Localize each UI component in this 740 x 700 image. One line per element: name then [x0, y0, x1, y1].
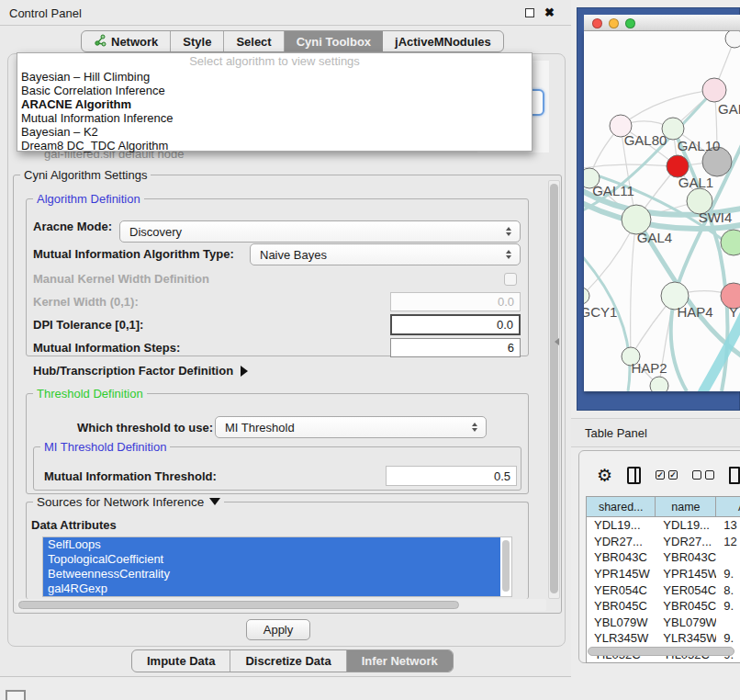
columns-icon[interactable] [627, 467, 641, 484]
minimized-panel-chip[interactable] [6, 690, 26, 700]
graph-node-gcy1[interactable] [584, 288, 589, 304]
float-window-icon[interactable] [525, 8, 534, 17]
table-cell: YPR145W [656, 566, 716, 582]
table-toolbar: ⚙ ✓✓ [586, 457, 740, 492]
node-label: GAL80 [624, 132, 667, 148]
table-header-row: shared...nameA [587, 497, 740, 517]
node-label: Y [729, 304, 738, 320]
hub-definition-toggle[interactable]: Hub/Transcription Factor Definition [33, 364, 248, 378]
close-icon[interactable]: ✖ [544, 6, 555, 19]
which-threshold-combo[interactable]: MI Threshold [215, 416, 487, 438]
bottom-tabbar: Impute DataDiscretize DataInfer Network [131, 649, 454, 672]
sources-group-toggle[interactable]: Sources for Network Inference [33, 495, 224, 509]
attribute-item-selected[interactable]: BetweennessCentrality [43, 567, 500, 581]
tab-style[interactable]: Style [171, 31, 224, 51]
table-row[interactable]: YBL079WYBL079W [587, 615, 740, 631]
control-panel-title: Control Panel [9, 6, 82, 20]
tab-label: Network [111, 35, 158, 49]
gear-icon[interactable]: ⚙ [597, 467, 612, 484]
table-row[interactable]: YPR145WYPR145W9. [587, 566, 740, 582]
algorithm-definition-title: Algorithm Definition [33, 192, 144, 206]
collapsed-arrow-icon [241, 366, 248, 377]
mi-type-label: Mutual Information Algorithm Type: [33, 247, 234, 261]
document-icon[interactable] [729, 467, 740, 484]
dropdown-item[interactable]: Mutual Information Inference [17, 111, 532, 125]
table-cell: YDR27... [656, 534, 716, 550]
mi-threshold-label: Mutual Information Threshold: [44, 469, 217, 483]
table-cell: YBR043C [656, 549, 716, 566]
dropdown-item[interactable]: Bayesian – Hill Climbing [17, 70, 532, 84]
attribute-item-selected[interactable]: gal4RGexp [43, 581, 500, 596]
node-label: GAL4 [637, 230, 672, 245]
mi-steps-field[interactable]: 6 [390, 338, 521, 357]
control-panel-tabbar: NetworkStyleSelectCyni ToolboxjActiveMNo… [81, 30, 504, 52]
tab-discretize-data[interactable]: Discretize Data [230, 650, 346, 672]
tab-infer-network[interactable]: Infer Network [347, 650, 453, 672]
node-label: GCY1 [584, 304, 617, 320]
mi-threshold-field[interactable]: 0.5 [386, 466, 517, 486]
settings-horizontal-scrollbar-thumb[interactable] [18, 601, 459, 609]
tab-network[interactable]: Network [82, 31, 171, 51]
column-header-name[interactable]: name [656, 497, 716, 516]
manual-kernel-label: Manual Kernel Width Definition [33, 272, 209, 286]
mi-type-value: Naive Bayes [260, 248, 327, 262]
table-cell: YBL079W [656, 615, 716, 631]
list-scrollbar[interactable] [502, 540, 510, 592]
dropdown-item[interactable]: Basic Correlation Inference [17, 84, 532, 97]
graph-node-gal[interactable] [702, 78, 726, 102]
attribute-item-selected[interactable]: SelfLoops [43, 537, 500, 552]
node-label: GAL1 [678, 175, 713, 190]
column-header-shared...[interactable]: shared... [587, 497, 656, 516]
tab-jactivemnodules[interactable]: jActiveMNodules [383, 31, 503, 51]
tab-select[interactable]: Select [224, 31, 284, 51]
table-row[interactable]: YER054CYER054C8. [587, 581, 740, 598]
network-window-titlebar[interactable] [584, 15, 740, 31]
node-attribute-table: shared...nameA YDL19...YDL19...13YDR27..… [586, 496, 740, 663]
graph-node[interactable] [721, 230, 740, 255]
close-traffic-light-icon[interactable] [592, 18, 602, 28]
dpi-tolerance-field[interactable]: 0.0 [390, 314, 521, 335]
tab-impute-data[interactable]: Impute Data [132, 650, 230, 672]
table-cell: 9. [716, 630, 740, 647]
expanded-arrow-icon [209, 498, 220, 505]
table-cell: YBR045C [587, 598, 656, 615]
table-cell: YBR045C [656, 598, 716, 615]
table-row[interactable]: YDR27...YDR27...12 [587, 534, 740, 550]
kernel-width-field[interactable]: 0.0 [390, 292, 521, 311]
dropdown-item[interactable]: Bayesian – K2 [17, 125, 532, 139]
network-canvas[interactable]: GALGAL80GAL10GAL1GAL11SWI4GAL4GCY1HAP4YH… [584, 31, 740, 391]
node-label: HAP2 [631, 360, 667, 376]
table-cell: YLR345W [587, 630, 656, 647]
column-header-A[interactable]: A [716, 497, 740, 516]
minimize-traffic-light-icon[interactable] [609, 18, 619, 28]
apply-button[interactable]: Apply [246, 619, 310, 640]
manual-kernel-checkbox[interactable] [504, 273, 517, 286]
attribute-item-selected[interactable]: TopologicalCoefficient [43, 552, 500, 567]
select-all-checks-icon[interactable]: ✓✓ [656, 470, 678, 480]
graph-node[interactable] [725, 31, 740, 48]
graph-node[interactable] [650, 377, 668, 391]
which-threshold-value: MI Threshold [225, 421, 295, 435]
tab-label: Style [183, 35, 211, 49]
table-panel-header: Table Panel [571, 418, 740, 447]
tab-cyni-toolbox[interactable]: Cyni Toolbox [285, 31, 383, 51]
node-label: GAL [718, 101, 740, 117]
spinner-icon [472, 423, 477, 432]
table-row[interactable]: YLR345WYLR345W9. [587, 630, 740, 647]
settings-vertical-scrollbar-thumb[interactable] [550, 184, 558, 593]
dropdown-item[interactable]: ARACNE Algorithm [17, 97, 532, 111]
dropdown-item[interactable]: Dream8 DC_TDC Algorithm [17, 139, 532, 152]
data-attributes-list[interactable]: SelfLoopsTopologicalCoefficientBetweenne… [42, 536, 512, 597]
which-threshold-label: Which threshold to use: [77, 421, 213, 435]
table-row[interactable]: YBR045CYBR045C9. [587, 598, 740, 615]
deselect-all-checks-icon[interactable] [692, 470, 714, 480]
table-horizontal-scrollbar[interactable] [588, 647, 734, 656]
mi-type-combo[interactable]: Naive Bayes [250, 243, 521, 265]
table-row[interactable]: YBR043CYBR043C [587, 549, 740, 566]
aracne-mode-combo[interactable]: Discovery [119, 220, 521, 243]
panel-divider-collapse-arrow[interactable] [555, 338, 559, 345]
table-cell: 9. [716, 598, 740, 615]
table-row[interactable]: YDL19...YDL19...13 [587, 517, 740, 534]
table-cell [716, 549, 740, 566]
zoom-traffic-light-icon[interactable] [625, 18, 635, 28]
